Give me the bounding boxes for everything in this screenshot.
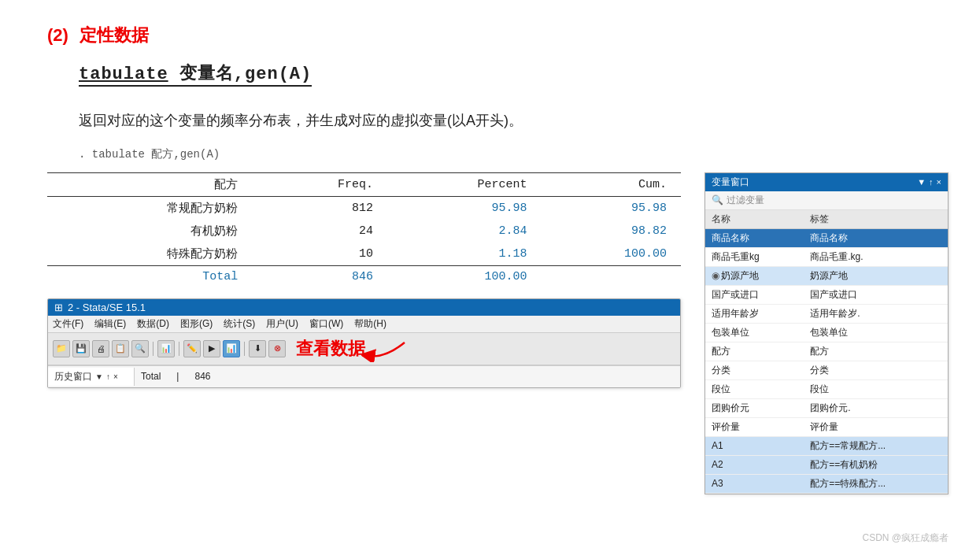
stata-title-icon: ⊞ xyxy=(54,302,63,313)
var-label-cell: 配方==有机奶粉 xyxy=(804,455,948,474)
menu-item[interactable]: 编辑(E) xyxy=(94,317,126,331)
toolbar-sep2 xyxy=(179,342,179,356)
toolbar-btn-doedit[interactable]: ✏️ xyxy=(183,340,201,357)
menu-item[interactable]: 数据(D) xyxy=(137,317,169,331)
row-pct: 1.18 xyxy=(387,242,541,266)
col-header-freq: Freq. xyxy=(261,172,387,196)
var-name-cell: 段位 xyxy=(705,379,804,398)
var-label-cell: 配方 xyxy=(804,342,948,361)
menu-item[interactable]: 统计(S) xyxy=(224,317,255,331)
var-name-cell: 团购价元 xyxy=(705,398,804,417)
total-freq: 846 xyxy=(261,265,387,287)
frequency-table: 配方 Freq. Percent Cum. 常规配方奶粉 812 95.98 9… xyxy=(47,172,681,287)
stata-menubar[interactable]: 文件(F)编辑(E)数据(D)图形(G)统计(S)用户(U)窗口(W)帮助(H) xyxy=(48,316,680,333)
var-name: 分类 xyxy=(712,365,730,376)
row-freq: 10 xyxy=(261,242,387,266)
var-table-row[interactable]: A1 配方==常规配方... xyxy=(705,436,948,455)
var-name: 团购价元 xyxy=(712,402,749,413)
var-table-row[interactable]: A2 配方==有机奶粉 xyxy=(705,455,948,474)
toolbar-btn-log[interactable]: 📋 xyxy=(112,340,129,357)
cmd-rest: 变量名,gen(A) xyxy=(168,65,312,84)
var-name-cell: 评价量 xyxy=(705,417,804,436)
toolbar-btn-print[interactable]: 🖨 xyxy=(92,340,109,357)
var-window-controls[interactable]: ▼ ↑ × xyxy=(917,177,941,187)
var-table-row[interactable]: 商品毛重kg 商品毛重.kg. xyxy=(705,247,948,266)
stata-bottom-bar: 历史窗口 ▼ ↑ × Total | 846 xyxy=(48,365,680,387)
var-label-cell: 商品名称 xyxy=(804,228,948,247)
var-name: 段位 xyxy=(712,383,730,394)
variable-window: 变量窗口 ▼ ↑ × 🔍 过滤变量 名称 标签 商品名称 xyxy=(704,172,949,494)
csdn-watermark: CSDN @疯狂成瘾者 xyxy=(862,531,949,545)
toolbar-btn-do[interactable]: ▶ xyxy=(203,340,220,357)
row-cum: 98.82 xyxy=(541,220,681,242)
stata-cmd-line: . tabulate 配方,gen(A) xyxy=(79,147,949,161)
var-window-close-icon[interactable]: × xyxy=(937,177,941,187)
total-label: Total xyxy=(47,265,261,287)
menu-item[interactable]: 用户(U) xyxy=(266,317,298,331)
history-dock-icon: ↑ xyxy=(106,372,110,381)
var-name: 国产或进口 xyxy=(712,289,759,300)
row-label: 常规配方奶粉 xyxy=(47,196,261,220)
var-table-row[interactable]: 国产或进口 国产或进口 xyxy=(705,285,948,304)
var-label-cell: 分类 xyxy=(804,361,948,379)
row-freq: 812 xyxy=(261,196,387,220)
toolbar-btn-save[interactable]: 💾 xyxy=(72,340,90,357)
menu-item[interactable]: 图形(G) xyxy=(180,317,213,331)
var-name: 商品名称 xyxy=(712,232,749,243)
toolbar-btn-down[interactable]: ⬇ xyxy=(249,340,266,357)
var-table-row[interactable]: 团购价元 团购价元. xyxy=(705,398,948,417)
toolbar-btn-stop[interactable]: ⊗ xyxy=(268,340,286,357)
var-name-cell: ◉奶源产地 xyxy=(705,266,804,285)
var-window-titlebar: 变量窗口 ▼ ↑ × xyxy=(705,173,948,191)
var-table-row[interactable]: 包装单位 包装单位 xyxy=(705,323,948,342)
stata-titlebar: ⊞ 2 - Stata/SE 15.1 xyxy=(48,299,680,316)
total-cum xyxy=(541,265,681,287)
toolbar-btn-chart[interactable]: 📊 xyxy=(157,340,175,357)
menu-item[interactable]: 文件(F) xyxy=(53,317,83,331)
var-name-cell: 国产或进口 xyxy=(705,285,804,304)
var-label-cell: 配方==常规配方... xyxy=(804,436,948,455)
var-table-row[interactable]: 段位 段位 xyxy=(705,379,948,398)
menu-item[interactable]: 窗口(W) xyxy=(309,317,343,331)
description-text: 返回对应的这个变量的频率分布表，并生成对应的虚拟变量(以A开头)。 xyxy=(79,109,949,133)
var-name: 包装单位 xyxy=(712,327,749,338)
history-close-icon[interactable]: × xyxy=(113,372,118,381)
var-table-row[interactable]: 适用年龄岁 适用年龄岁. xyxy=(705,304,948,323)
var-label-cell: 适用年龄岁. xyxy=(804,304,948,323)
var-table-row[interactable]: ◉奶源产地 奶源产地 xyxy=(705,266,948,285)
row-pct: 2.84 xyxy=(387,220,541,242)
var-name: 适用年龄岁 xyxy=(712,308,759,319)
var-name: 配方 xyxy=(712,346,730,357)
filter-icon: 🔍 xyxy=(712,194,723,205)
var-name: A2 xyxy=(712,459,723,470)
var-label-cell: 商品毛重.kg. xyxy=(804,247,948,266)
var-filter-bar: 🔍 过滤变量 xyxy=(705,191,948,210)
var-window-undock-icon[interactable]: ↑ xyxy=(929,177,934,187)
stata-window: ⊞ 2 - Stata/SE 15.1 文件(F)编辑(E)数据(D)图形(G)… xyxy=(47,298,681,388)
toolbar-btn-open[interactable]: 📁 xyxy=(53,340,70,357)
var-table-row[interactable]: 商品名称 商品名称 xyxy=(705,228,948,247)
var-name-cell: 适用年龄岁 xyxy=(705,304,804,323)
var-table-row[interactable]: 分类 分类 xyxy=(705,361,948,379)
section-title: (2) 定性数据 xyxy=(47,24,949,47)
stata-title-text: 2 - Stata/SE 15.1 xyxy=(68,302,146,313)
var-name-cell: A1 xyxy=(705,436,804,455)
toolbar-btn-data[interactable]: 📊 xyxy=(223,340,240,357)
filter-placeholder: 过滤变量 xyxy=(727,194,764,207)
var-name: 奶源产地 xyxy=(721,270,759,281)
var-table-row[interactable]: 评价量 评价量 xyxy=(705,417,948,436)
menu-item[interactable]: 帮助(H) xyxy=(354,317,386,331)
var-label-cell: 评价量 xyxy=(804,417,948,436)
var-label-cell: 段位 xyxy=(804,379,948,398)
var-name: 商品毛重kg xyxy=(712,251,760,262)
var-name: A3 xyxy=(712,478,723,489)
var-window-pin-icon[interactable]: ▼ xyxy=(917,177,926,187)
table-row: 有机奶粉 24 2.84 98.82 xyxy=(47,220,681,242)
var-label-cell: 包装单位 xyxy=(804,323,948,342)
var-table-row[interactable]: A3 配方==特殊配方... xyxy=(705,474,948,493)
toolbar-btn-viewer[interactable]: 🔍 xyxy=(131,340,149,357)
data-total-value: 846 xyxy=(194,371,210,382)
row-label: 有机奶粉 xyxy=(47,220,261,242)
var-table-row[interactable]: 配方 配方 xyxy=(705,342,948,361)
data-pipe: | xyxy=(176,371,179,382)
